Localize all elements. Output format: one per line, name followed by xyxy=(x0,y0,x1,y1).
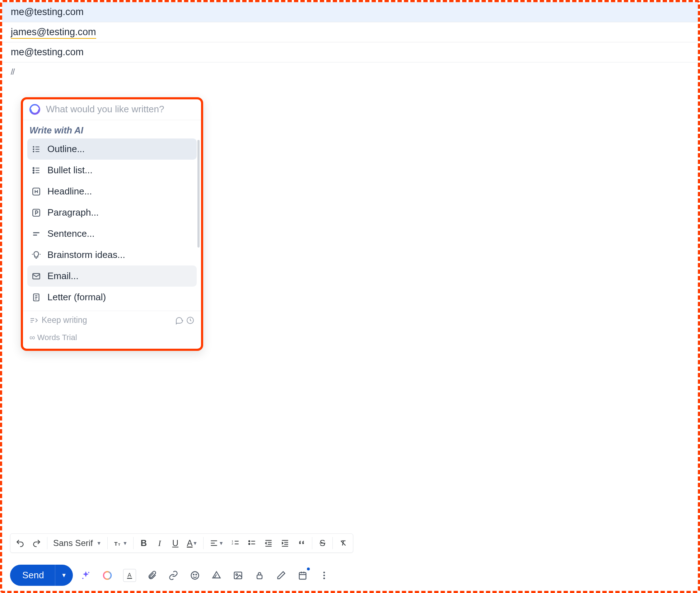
svg-point-52 xyxy=(103,571,111,579)
svg-point-9 xyxy=(33,172,34,173)
scrollbar[interactable] xyxy=(197,140,200,248)
keep-writing-button[interactable]: Keep writing xyxy=(29,315,87,325)
bold-button[interactable]: B xyxy=(136,535,151,551)
svg-text:T: T xyxy=(114,541,118,547)
gradient-circle-button[interactable] xyxy=(102,570,113,581)
emoji-button[interactable] xyxy=(189,570,201,581)
ai-prompt-input[interactable] xyxy=(46,104,195,115)
svg-text:2: 2 xyxy=(232,542,233,545)
attach-button[interactable] xyxy=(146,570,158,581)
image-button[interactable] xyxy=(232,570,244,581)
send-button-group: Send ▼ xyxy=(10,565,73,586)
link-button[interactable] xyxy=(168,570,179,581)
caret-down-icon: ▼ xyxy=(97,540,102,546)
redo-button[interactable] xyxy=(28,535,45,551)
envelope-icon xyxy=(32,272,41,281)
more-options-button[interactable] xyxy=(318,570,330,581)
indent-more-button[interactable] xyxy=(277,535,293,551)
bullet-list-icon xyxy=(247,538,257,548)
svg-point-67 xyxy=(323,574,325,576)
signature-button[interactable] xyxy=(275,570,287,581)
ai-item-letter[interactable]: Letter (formal) xyxy=(27,287,197,308)
link-icon xyxy=(168,570,178,580)
font-family-selector[interactable]: Sans Serif ▼ xyxy=(50,535,105,551)
ai-item-outline[interactable]: Outline... xyxy=(27,138,197,160)
svg-point-51 xyxy=(82,578,84,579)
lines-icon xyxy=(32,229,41,239)
format-toolbar: Sans Serif ▼ TT ▼ B I U A ▼ ▼ 12 S xyxy=(10,533,353,553)
h-box-icon xyxy=(32,187,41,196)
ai-item-label: Headline... xyxy=(47,186,92,197)
text-a-icon: A xyxy=(125,570,135,580)
svg-point-39 xyxy=(249,543,250,545)
ai-item-brainstorm[interactable]: Brainstorm ideas... xyxy=(27,244,197,265)
to-field-value: james@testing.com xyxy=(11,27,96,39)
sparkle-icon xyxy=(81,570,91,580)
gradient-circle-icon xyxy=(102,570,112,580)
ai-item-paragraph[interactable]: Paragraph... xyxy=(27,202,197,223)
ai-item-bullet-list[interactable]: Bullet list... xyxy=(27,160,197,181)
font-size-selector[interactable]: TT ▼ xyxy=(110,535,131,551)
align-button[interactable]: ▼ xyxy=(206,535,227,551)
font-family-label: Sans Serif xyxy=(53,538,93,548)
ai-item-label: Brainstorm ideas... xyxy=(47,249,125,260)
svg-point-68 xyxy=(323,577,325,579)
ai-item-label: Email... xyxy=(47,270,79,282)
caret-down-icon: ▼ xyxy=(192,540,197,546)
clear-format-icon xyxy=(339,538,348,548)
chat-icon[interactable] xyxy=(175,316,184,325)
paperclip-icon xyxy=(147,570,157,580)
caret-down-icon: ▼ xyxy=(219,540,224,546)
svg-point-38 xyxy=(249,541,250,542)
align-left-icon xyxy=(209,538,219,548)
more-vertical-icon xyxy=(319,570,329,580)
ai-items-list: Outline... Bullet list... Headline... Pa… xyxy=(23,138,201,311)
undo-button[interactable] xyxy=(12,535,28,551)
ai-sparkle-button[interactable] xyxy=(80,570,92,581)
numbered-list-button[interactable]: 12 xyxy=(227,535,244,551)
ai-item-email[interactable]: Email... xyxy=(27,265,197,287)
ai-section-title: Write with AI xyxy=(23,120,201,138)
italic-button[interactable]: I xyxy=(151,535,167,551)
indent-less-button[interactable] xyxy=(260,535,277,551)
cc-field-row[interactable]: me@testing.com xyxy=(2,42,698,62)
history-icon[interactable] xyxy=(186,316,195,325)
svg-point-50 xyxy=(88,572,89,573)
to-field-row[interactable]: james@testing.com xyxy=(2,22,698,42)
caret-down-icon: ▼ xyxy=(123,540,128,546)
font-color-icon: A xyxy=(187,538,192,548)
text-color-button[interactable]: A ▼ xyxy=(183,535,201,551)
calendar-icon xyxy=(298,570,308,580)
send-button[interactable]: Send xyxy=(10,565,55,586)
ai-item-headline[interactable]: Headline... xyxy=(27,181,197,202)
body-prefix: // xyxy=(11,67,14,76)
quote-icon xyxy=(297,538,306,548)
redo-icon xyxy=(32,538,41,548)
ai-item-sentence[interactable]: Sentence... xyxy=(27,223,197,244)
cc-field-value: me@testing.com xyxy=(11,47,84,57)
quote-button[interactable] xyxy=(293,535,310,551)
strikethrough-button[interactable]: S xyxy=(314,535,330,551)
indent-more-icon xyxy=(280,538,290,548)
drive-button[interactable] xyxy=(211,570,222,581)
bullet-list-button[interactable] xyxy=(244,535,260,551)
ai-item-label: Sentence... xyxy=(47,228,95,239)
svg-point-3 xyxy=(33,151,34,152)
text-format-toggle[interactable]: A xyxy=(123,569,136,582)
lightbulb-icon xyxy=(32,250,41,260)
numbered-list-icon: 12 xyxy=(231,538,240,548)
svg-point-66 xyxy=(323,571,325,573)
send-options-button[interactable]: ▼ xyxy=(55,565,73,586)
svg-rect-61 xyxy=(257,575,262,579)
ai-item-label: Letter (formal) xyxy=(47,292,106,303)
svg-point-7 xyxy=(33,167,34,168)
indent-less-icon xyxy=(264,538,273,548)
clear-formatting-button[interactable] xyxy=(335,535,351,551)
trial-label: ∞ Words Trial xyxy=(29,333,195,342)
svg-point-1 xyxy=(33,146,34,147)
confidential-button[interactable] xyxy=(254,570,265,581)
schedule-button[interactable] xyxy=(297,570,308,581)
underline-button[interactable]: U xyxy=(167,535,183,551)
from-field-row[interactable]: me@testing.com xyxy=(2,2,698,22)
email-body[interactable]: // xyxy=(2,62,698,81)
